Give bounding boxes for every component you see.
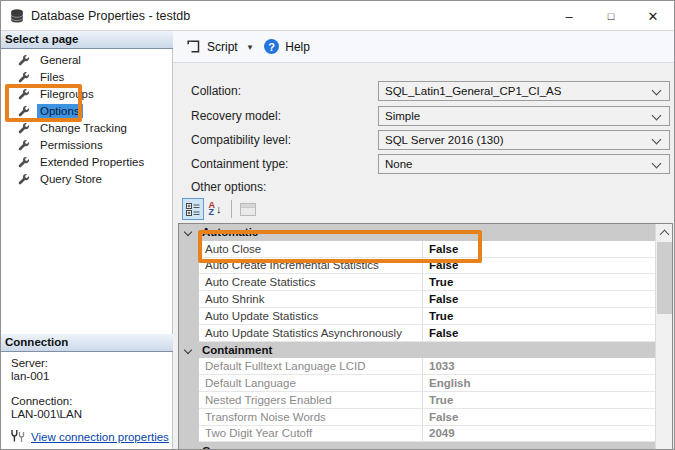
property-name: Auto Create Statistics bbox=[199, 274, 423, 291]
view-connection-properties-link[interactable]: View connection properties bbox=[31, 431, 169, 443]
row-gutter bbox=[179, 241, 199, 258]
containment-type-select[interactable]: None bbox=[378, 154, 670, 174]
recovery-model-select[interactable]: Simple bbox=[378, 106, 670, 126]
script-icon bbox=[186, 39, 201, 54]
minimize-button[interactable]: – bbox=[548, 1, 590, 31]
wrench-icon bbox=[17, 138, 31, 152]
server-label: Server: bbox=[11, 357, 48, 369]
chevron-down-icon[interactable] bbox=[184, 228, 192, 236]
sidebar-item-label: Change Tracking bbox=[37, 121, 130, 135]
property-grid: Automatic Auto Close False Auto Create I… bbox=[178, 223, 673, 450]
category-label: Automatic bbox=[202, 226, 258, 238]
scrollbar-thumb[interactable] bbox=[657, 242, 672, 314]
row-gutter bbox=[179, 409, 199, 426]
category-label: Containment bbox=[202, 344, 272, 356]
grid-row-transform-noise-words[interactable]: Transform Noise Words False bbox=[179, 409, 656, 426]
script-button[interactable]: Script bbox=[207, 40, 238, 54]
connection-value: LAN-001\LAN bbox=[11, 408, 82, 420]
property-value[interactable]: False bbox=[423, 241, 656, 258]
chevron-down-icon bbox=[652, 111, 662, 121]
options-page-panel: Script ▾ ? Help Collation: SQL_Latin1_Ge… bbox=[173, 31, 675, 450]
row-gutter bbox=[179, 375, 199, 392]
chevron-down-icon[interactable] bbox=[184, 346, 192, 354]
help-button[interactable]: Help bbox=[285, 40, 310, 54]
chevron-down-icon bbox=[652, 135, 662, 145]
chevron-down-icon[interactable] bbox=[184, 447, 192, 450]
grid-row-default-language[interactable]: Default Language English bbox=[179, 375, 656, 392]
sidebar-item-filegroups[interactable]: Filegroups bbox=[1, 85, 173, 102]
property-value[interactable]: False bbox=[423, 258, 656, 275]
grid-row-two-digit-year-cutoff[interactable]: Two Digit Year Cutoff 2049 bbox=[179, 426, 656, 443]
wrench-icon bbox=[17, 70, 31, 84]
sidebar-item-options[interactable]: Options bbox=[1, 102, 173, 119]
sidebar-item-label-selected: Options bbox=[37, 104, 83, 118]
sidebar-item-label: General bbox=[37, 53, 84, 67]
scrollbar-up-button[interactable] bbox=[656, 224, 672, 241]
maximize-button[interactable]: □ bbox=[590, 1, 632, 31]
connection-header: Connection bbox=[1, 334, 173, 352]
containment-type-value: None bbox=[385, 158, 413, 170]
property-name: Auto Shrink bbox=[199, 291, 423, 308]
collation-value: SQL_Latin1_General_CP1_CI_AS bbox=[385, 85, 561, 97]
sidebar-item-permissions[interactable]: Permissions bbox=[1, 136, 173, 153]
wrench-icon bbox=[17, 121, 31, 135]
grid-category-containment[interactable]: Containment bbox=[179, 342, 656, 359]
property-name: Auto Close bbox=[199, 241, 423, 258]
property-name: Default Language bbox=[199, 375, 423, 392]
property-value: True bbox=[423, 392, 656, 409]
row-gutter bbox=[179, 274, 199, 291]
compatibility-level-value: SQL Server 2016 (130) bbox=[385, 134, 503, 146]
compatibility-level-select[interactable]: SQL Server 2016 (130) bbox=[378, 130, 670, 150]
sidebar-item-general[interactable]: General bbox=[1, 51, 173, 68]
database-icon bbox=[9, 8, 25, 24]
grid-row-default-fulltext-language-lcid[interactable]: Default Fulltext Language LCID 1033 bbox=[179, 358, 656, 375]
close-button[interactable]: ✕ bbox=[632, 1, 674, 31]
property-name: Two Digit Year Cutoff bbox=[199, 426, 423, 443]
sidebar-item-label: Permissions bbox=[37, 138, 106, 152]
grid-scrollbar[interactable] bbox=[655, 224, 672, 450]
property-name: Auto Create Incremental Statistics bbox=[199, 258, 423, 275]
help-icon: ? bbox=[264, 39, 279, 54]
collation-select[interactable]: SQL_Latin1_General_CP1_CI_AS bbox=[378, 81, 670, 101]
grid-row-nested-triggers-enabled[interactable]: Nested Triggers Enabled True bbox=[179, 392, 656, 409]
property-value: English bbox=[423, 375, 656, 392]
row-gutter bbox=[179, 325, 199, 342]
grid-category-cursor[interactable]: Cursor bbox=[179, 442, 656, 450]
wrench-icon bbox=[17, 155, 31, 169]
property-value: 1033 bbox=[423, 358, 656, 375]
row-gutter bbox=[179, 392, 199, 409]
sidebar-item-label: Query Store bbox=[37, 172, 105, 186]
property-pages-button[interactable] bbox=[237, 198, 259, 220]
sidebar-item-label: Files bbox=[37, 70, 67, 84]
sidebar-item-change-tracking[interactable]: Change Tracking bbox=[1, 119, 173, 136]
grid-row-auto-create-incremental-statistics[interactable]: Auto Create Incremental Statistics False bbox=[179, 258, 656, 275]
page-toolbar: Script ▾ ? Help bbox=[173, 31, 675, 63]
sidebar-item-files[interactable]: Files bbox=[1, 68, 173, 85]
category-label: Cursor bbox=[202, 445, 240, 450]
property-value[interactable]: False bbox=[423, 291, 656, 308]
grid-row-auto-update-statistics[interactable]: Auto Update Statistics True bbox=[179, 308, 656, 325]
grid-category-automatic[interactable]: Automatic bbox=[179, 224, 656, 241]
grid-row-auto-shrink[interactable]: Auto Shrink False bbox=[179, 291, 656, 308]
sidebar-item-query-store[interactable]: Query Store bbox=[1, 170, 173, 187]
sidebar: Select a page General Files Filegroups O… bbox=[1, 31, 173, 450]
script-dropdown-arrow[interactable]: ▾ bbox=[248, 42, 253, 52]
recovery-model-value: Simple bbox=[385, 110, 420, 122]
property-value: False bbox=[423, 409, 656, 426]
row-gutter bbox=[179, 258, 199, 275]
chevron-down-icon bbox=[652, 159, 662, 169]
grid-row-auto-close[interactable]: Auto Close False bbox=[179, 241, 656, 258]
database-properties-dialog: Database Properties - testdb – □ ✕ Selec… bbox=[0, 0, 675, 450]
grid-row-auto-create-statistics[interactable]: Auto Create Statistics True bbox=[179, 274, 656, 291]
alphabetical-sort-button[interactable]: AZ ↓ bbox=[204, 198, 226, 220]
sidebar-item-extended-properties[interactable]: Extended Properties bbox=[1, 153, 173, 170]
grid-row-auto-update-statistics-asynchronously[interactable]: Auto Update Statistics Asynchronously Fa… bbox=[179, 325, 656, 342]
categorized-view-button[interactable] bbox=[182, 198, 204, 220]
property-value[interactable]: False bbox=[423, 325, 656, 342]
title-bar: Database Properties - testdb – □ ✕ bbox=[1, 1, 674, 31]
property-value[interactable]: True bbox=[423, 308, 656, 325]
chevron-up-icon bbox=[659, 230, 669, 240]
property-value[interactable]: True bbox=[423, 274, 656, 291]
row-gutter bbox=[179, 358, 199, 375]
row-gutter bbox=[179, 291, 199, 308]
